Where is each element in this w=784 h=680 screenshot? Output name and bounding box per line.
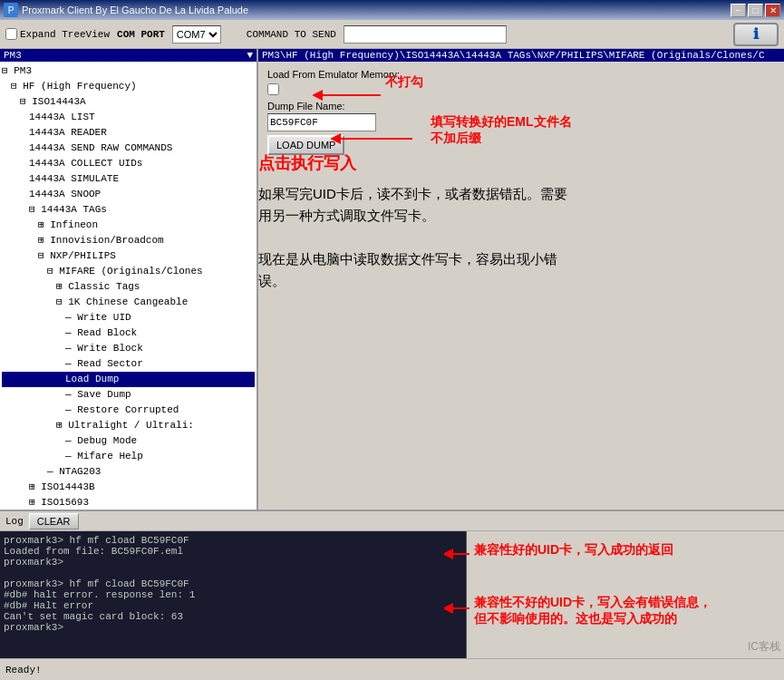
log-line-5: proxmark3> hf mf cload BC59FC0F xyxy=(4,578,462,589)
tree-item-save-dump[interactable]: — Save Dump xyxy=(2,387,255,403)
arrow-bad-uid xyxy=(444,590,471,627)
tree-item-infineon[interactable]: ⊞ Infineon xyxy=(2,218,255,233)
tree-item-iso14443a-label: ⊟ ISO14443A xyxy=(20,96,86,107)
tree-item-14443a-tags-label: ⊟ 14443A TAGs xyxy=(29,204,107,215)
tree-item-innov[interactable]: ⊞ Innovision/Broadcom xyxy=(2,233,255,248)
log-line-3: proxmark3> xyxy=(4,557,462,568)
info-button[interactable]: ℹ xyxy=(733,23,779,46)
tree-item-pm3[interactable]: ⊟ PM3 xyxy=(2,63,255,79)
load-emulator-label: Load From Emulator Memory: xyxy=(267,69,400,80)
tree-item-restore[interactable]: — Restore Corrupted xyxy=(2,403,255,418)
tree-item-write-block[interactable]: — Write Block xyxy=(2,341,255,356)
right-content: Load From Emulator Memory: Dump File Nam… xyxy=(258,62,784,510)
tree-item-14443a-raw-label: 14443A SEND RAW COMMANDS xyxy=(29,142,172,153)
right-header: PM3\HF (High Frequency)\ISO14443A\14443A… xyxy=(258,49,784,62)
load-emulator-row: Load From Emulator Memory: xyxy=(267,69,775,80)
tree-item-write-uid-label: — Write UID xyxy=(65,312,131,323)
tree-item-write-uid[interactable]: — Write UID xyxy=(2,310,255,325)
tree-panel: PM3 ▼ ⊟ PM3 ⊟ HF (High Frequency) ⊟ ISO1… xyxy=(0,49,258,510)
comport-select[interactable]: COM7 xyxy=(172,25,221,44)
tree-content: ⊟ PM3 ⊟ HF (High Frequency) ⊟ ISO14443A … xyxy=(0,62,256,510)
tree-item-14443a-snoop[interactable]: 14443A SNOOP xyxy=(2,187,255,202)
tree-item-read-sector-label: — Read Sector xyxy=(65,358,143,369)
tree-item-14443a-reader-label: 14443A READER xyxy=(29,127,107,138)
tree-item-innov-label: ⊞ Innovision/Broadcom xyxy=(38,235,164,246)
window-controls[interactable]: − □ ✕ xyxy=(731,4,780,17)
log-annotation: 兼容性好的UID卡，写入成功的返回 兼容性不好的UID卡，写入会有错误信息， 但… xyxy=(467,531,784,658)
tree-item-ntag203[interactable]: — NTAG203 xyxy=(2,464,255,480)
tree-item-read-sector[interactable]: — Read Sector xyxy=(2,356,255,372)
tree-item-mifare-help[interactable]: — Mifare Help xyxy=(2,449,255,464)
minimize-button[interactable]: − xyxy=(731,4,746,17)
statusbar: Ready! xyxy=(0,658,784,680)
right-header-text: PM3\HF (High Frequency)\ISO14443A\14443A… xyxy=(262,50,765,61)
log-annotation-good: 兼容性好的UID卡，写入成功的返回 xyxy=(474,542,777,559)
tree-item-debug-label: — Debug Mode xyxy=(65,435,137,446)
log-line-2: Loaded from file: BC59FC0F.eml xyxy=(4,546,462,557)
expand-treeview-checkbox[interactable] xyxy=(5,28,17,40)
tree-item-14443b[interactable]: ⊞ ISO14443B xyxy=(2,480,255,495)
tree-item-load-dump-label: Load Dump xyxy=(65,374,119,384)
expand-treeview-checkbox-container[interactable]: Expand TreeView xyxy=(5,28,110,40)
window-title: Proxmark Client By El Gaucho De La Livid… xyxy=(22,5,731,15)
tree-item-14443a-list[interactable]: 14443A LIST xyxy=(2,110,255,125)
tree-item-14443a-sim-label: 14443A SIMULATE xyxy=(29,173,119,184)
tree-item-14443b-label: ⊞ ISO14443B xyxy=(29,481,95,492)
log-line-8: Can't set magic card block: 63 xyxy=(4,611,462,622)
log-terminal[interactable]: proxmark3> hf mf cload BC59FC0F Loaded f… xyxy=(0,531,467,658)
comport-label: COM PORT xyxy=(117,29,165,40)
tree-item-classic[interactable]: ⊞ Classic Tags xyxy=(2,279,255,295)
command-label: COMMAND TO SEND xyxy=(247,29,336,40)
tree-item-mifare-help-label: — Mifare Help xyxy=(65,451,143,461)
tree-item-14443a-tags[interactable]: ⊟ 14443A TAGs xyxy=(2,202,255,218)
tree-item-14443a-list-label: 14443A LIST xyxy=(29,112,95,122)
tree-item-infineon-label: ⊞ Infineon xyxy=(38,219,98,230)
log-toolbar: Log CLEAR xyxy=(0,510,784,531)
app-icon: P xyxy=(4,3,18,17)
titlebar: P Proxmark Client By El Gaucho De La Liv… xyxy=(0,0,784,20)
tree-item-hf[interactable]: ⊟ HF (High Frequency) xyxy=(2,79,255,94)
tree-item-mifare[interactable]: ⊟ MIFARE (Originals/Clones xyxy=(2,264,255,279)
right-panel: PM3\HF (High Frequency)\ISO14443A\14443A… xyxy=(258,49,784,510)
command-input[interactable] xyxy=(344,25,507,44)
log-line-4 xyxy=(4,568,462,578)
toolbar: Expand TreeView COM PORT COM7 COMMAND TO… xyxy=(0,20,784,49)
watermark: IC客栈 xyxy=(748,639,780,655)
log-line-6: #db# halt error. response len: 1 xyxy=(4,589,462,600)
tree-item-restore-label: — Restore Corrupted xyxy=(65,404,179,415)
arrow-good-uid xyxy=(444,540,471,577)
tree-item-write-block-label: — Write Block xyxy=(65,343,143,354)
load-emulator-checkbox[interactable] xyxy=(267,83,279,95)
tree-item-classic-label: ⊞ Classic Tags xyxy=(56,281,140,292)
tree-item-ultralight-label: ⊞ Ultralight / Ultrali: xyxy=(56,420,194,431)
tree-item-1k-chinese[interactable]: ⊟ 1K Chinese Cangeable xyxy=(2,295,255,310)
desc-text: 如果写完UID卡后，读不到卡，或者数据错乱。需要 用另一种方式调取文件写卡。 现… xyxy=(258,183,784,292)
tree-header: PM3 ▼ xyxy=(0,49,256,62)
arrow-to-checkbox xyxy=(313,82,385,109)
description-block: 如果写完UID卡后，读不到卡，或者数据错乱。需要 用另一种方式调取文件写卡。 现… xyxy=(258,180,784,292)
status-text: Ready! xyxy=(5,665,42,675)
tree-item-iso15693-label: ⊞ ISO15693 xyxy=(29,497,89,508)
tree-item-14443a-raw[interactable]: 14443A SEND RAW COMMANDS xyxy=(2,141,255,156)
clear-button[interactable]: CLEAR xyxy=(29,513,79,529)
tree-item-14443a-sim[interactable]: 14443A SIMULATE xyxy=(2,171,255,187)
close-button[interactable]: ✕ xyxy=(765,4,780,17)
tree-item-iso15693[interactable]: ⊞ ISO15693 xyxy=(2,495,255,510)
tree-item-ultralight[interactable]: ⊞ Ultralight / Ultrali: xyxy=(2,418,255,433)
maximize-button[interactable]: □ xyxy=(748,4,763,17)
tree-item-load-dump[interactable]: Load Dump xyxy=(2,372,255,387)
tree-item-pm3-label: ⊟ PM3 xyxy=(2,65,32,76)
annotation-fill-name: 填写转换好的EML文件名 不加后缀 xyxy=(431,114,572,147)
tree-item-14443a-reader[interactable]: 14443A READER xyxy=(2,125,255,141)
tree-item-iso14443a[interactable]: ⊟ ISO14443A xyxy=(2,94,255,110)
tree-item-nxp[interactable]: ⊟ NXP/PHILIPS xyxy=(2,248,255,264)
tree-item-read-block[interactable]: — Read Block xyxy=(2,325,255,341)
tree-item-read-block-label: — Read Block xyxy=(65,327,137,338)
arrow-to-input xyxy=(331,125,421,152)
expand-treeview-label: Expand TreeView xyxy=(20,29,110,40)
tree-item-debug[interactable]: — Debug Mode xyxy=(2,433,255,449)
tree-item-ntag203-label: — NTAG203 xyxy=(47,466,101,477)
tree-item-14443a-collect[interactable]: 14443A COLLECT UIDs xyxy=(2,156,255,171)
annotation-click-execute: 点击执行写入 xyxy=(258,152,356,174)
annotation-no-check: 不打勾 xyxy=(385,74,423,91)
